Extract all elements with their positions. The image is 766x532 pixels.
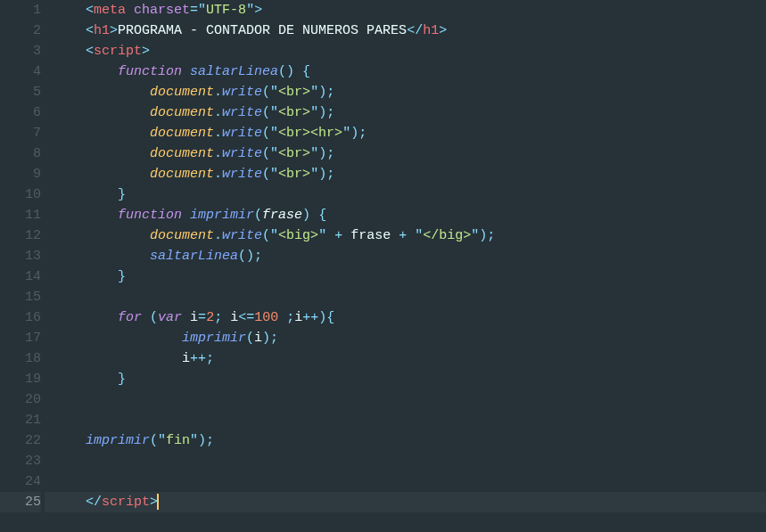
line-number: 6 xyxy=(0,102,41,123)
line-number: 23 xyxy=(0,451,41,471)
code-area[interactable]: <meta charset="UTF-8"> <h1>PROGRAMA - CO… xyxy=(45,0,766,532)
line-number: 19 xyxy=(0,369,41,389)
line-number: 4 xyxy=(0,61,41,82)
code-line[interactable]: <meta charset="UTF-8"> xyxy=(45,0,766,20)
code-line[interactable]: for (var i=2; i<=100 ;i++){ xyxy=(45,307,766,328)
code-line[interactable]: document.write("<br>"); xyxy=(45,102,766,123)
line-number: 25 xyxy=(0,492,41,512)
line-number-gutter: 1234567891011121314151617181920212223242… xyxy=(0,0,45,532)
line-number: 18 xyxy=(0,348,41,369)
text-cursor xyxy=(157,494,159,510)
code-line[interactable] xyxy=(45,471,766,492)
code-line[interactable] xyxy=(45,410,766,430)
code-line[interactable]: document.write("<br>"); xyxy=(45,143,766,164)
code-line[interactable]: } xyxy=(45,184,766,205)
line-number: 16 xyxy=(0,307,41,328)
code-line[interactable]: <h1>PROGRAMA - CONTADOR DE NUMEROS PARES… xyxy=(45,20,766,41)
code-line[interactable]: function saltarLinea() { xyxy=(45,61,766,82)
code-line[interactable]: imprimir("fin"); xyxy=(45,430,766,451)
line-number: 24 xyxy=(0,471,41,492)
code-line[interactable] xyxy=(45,287,766,307)
code-editor[interactable]: 1234567891011121314151617181920212223242… xyxy=(0,0,766,532)
line-number: 2 xyxy=(0,20,41,41)
line-number: 17 xyxy=(0,328,41,348)
code-line[interactable]: saltarLinea(); xyxy=(45,246,766,266)
line-number: 22 xyxy=(0,430,41,451)
line-number: 9 xyxy=(0,164,41,184)
code-line[interactable]: } xyxy=(45,266,766,287)
line-number: 1 xyxy=(0,0,41,20)
line-number: 11 xyxy=(0,205,41,225)
code-line[interactable]: document.write("<big>" + frase + "</big>… xyxy=(45,225,766,246)
code-line[interactable]: document.write("<br>"); xyxy=(45,164,766,184)
line-number: 8 xyxy=(0,143,41,164)
line-number: 5 xyxy=(0,82,41,102)
code-line[interactable]: } xyxy=(45,369,766,389)
line-number: 7 xyxy=(0,123,41,143)
code-line[interactable]: <script> xyxy=(45,41,766,61)
code-line[interactable]: function imprimir(frase) { xyxy=(45,205,766,225)
code-line[interactable] xyxy=(45,451,766,471)
code-line[interactable]: document.write("<br><hr>"); xyxy=(45,123,766,143)
code-line[interactable] xyxy=(45,389,766,410)
line-number: 12 xyxy=(0,225,41,246)
line-number: 13 xyxy=(0,246,41,266)
line-number: 21 xyxy=(0,410,41,430)
line-number: 14 xyxy=(0,266,41,287)
line-number: 15 xyxy=(0,287,41,307)
line-number: 10 xyxy=(0,184,41,205)
line-number: 3 xyxy=(0,41,41,61)
code-line[interactable]: imprimir(i); xyxy=(45,328,766,348)
line-number: 20 xyxy=(0,389,41,410)
code-line[interactable]: document.write("<br>"); xyxy=(45,82,766,102)
code-line[interactable]: i++; xyxy=(45,348,766,369)
code-line[interactable]: </script> xyxy=(45,492,766,512)
